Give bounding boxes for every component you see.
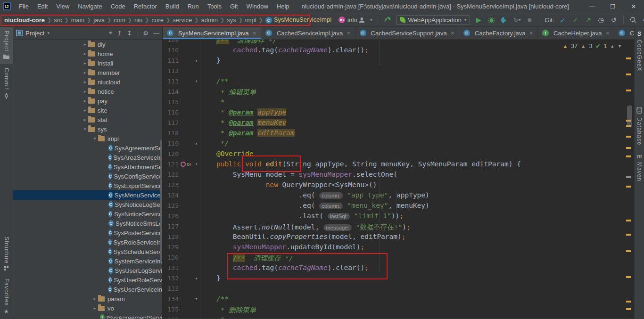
tree-collapsed-arrow-icon[interactable]: ▸ (82, 98, 88, 103)
tool-button-project[interactable]: Project (0, 27, 13, 64)
code-line[interactable]: 119▴ */ (163, 138, 634, 148)
tab-close-icon[interactable]: ✕ (529, 31, 533, 36)
code-line[interactable]: 111▴ } (163, 55, 634, 65)
code-line[interactable]: 136 * (163, 314, 634, 319)
tree-collapsed-arrow-icon[interactable]: ▸ (91, 306, 98, 311)
tree-item-diy[interactable]: ▸diy (13, 40, 162, 49)
tree-collapsed-arrow-icon[interactable]: ▸ (82, 108, 88, 113)
warning-stripe-mark[interactable] (626, 147, 631, 149)
tree-item-sysuserservicein[interactable]: CSysUserServiceIn (13, 285, 162, 294)
code-line[interactable]: 135 * 删除菜单 (163, 304, 634, 314)
tool-button-codegeex[interactable]: S CodeGeeX (636, 27, 643, 75)
tree-item-sysareaserviceim[interactable]: CSysAreaServiceIm (13, 153, 162, 162)
settings-gear-icon[interactable]: ⚙ (642, 16, 644, 24)
code-line[interactable]: 130 /** 清理缓存 */ (163, 252, 634, 262)
code-line[interactable]: 129 sysMenuMapper.updateById(model); (163, 242, 634, 252)
stop-button[interactable]: ■ (525, 16, 534, 24)
breadcrumb-item[interactable]: java (93, 16, 105, 24)
tree-item-site[interactable]: ▸site (13, 106, 162, 115)
fold-marker-icon[interactable]: ▴ (193, 141, 200, 146)
tool-button-structure[interactable]: Structure (3, 233, 10, 275)
profiler-button[interactable] (500, 16, 508, 24)
code-line[interactable]: 114 * 编辑菜单 (163, 86, 634, 97)
git-update-icon[interactable]: ↙ (559, 16, 567, 24)
warning-stripe-mark[interactable] (626, 276, 631, 278)
git-commit-icon[interactable]: ✓ (571, 16, 580, 24)
warning-stripe-mark[interactable] (626, 308, 631, 310)
tree-item-notice[interactable]: ▸notice (13, 87, 162, 96)
tree-collapsed-arrow-icon[interactable]: ▸ (82, 51, 88, 56)
warning-stripe-mark[interactable] (626, 250, 631, 252)
breadcrumb-item[interactable]: service (172, 16, 192, 24)
warning-stripe-mark[interactable] (626, 234, 631, 236)
editor-tab[interactable]: CCachedServiceSupport.java✕ (355, 27, 460, 39)
maximize-button[interactable]: ❐ (603, 0, 623, 13)
tab-close-icon[interactable]: ✕ (347, 31, 350, 36)
locate-file-icon[interactable]: ⌖ (109, 29, 112, 37)
tree-item-isysagreementservi[interactable]: IISysAgreementServi (13, 313, 162, 319)
overriding-method-icon[interactable]: o (187, 161, 192, 167)
fold-marker-icon[interactable]: ▴ (193, 58, 200, 63)
code-line[interactable]: 123 new QueryWrapper<SysMenu>() (163, 180, 634, 190)
code-line[interactable]: 122 SysMenu model = sysMenuMapper.select… (163, 169, 634, 180)
warning-stripe-mark[interactable] (626, 136, 631, 138)
next-problem-icon[interactable]: ▼ (618, 44, 622, 49)
editor-scrollbar-thumb[interactable] (627, 106, 632, 127)
tree-scrollbar[interactable] (160, 140, 162, 262)
tree-expanded-arrow-icon[interactable]: ▾ (91, 136, 98, 141)
code-line[interactable]: 126 .last( lastSql: "limit 1")); (163, 211, 634, 221)
menu-item-edit[interactable]: Edit (33, 1, 52, 12)
menu-item-build[interactable]: Build (161, 1, 183, 12)
search-everywhere-icon[interactable] (629, 16, 637, 24)
warning-stripe-mark[interactable] (626, 74, 631, 75)
menu-item-file[interactable]: File (15, 1, 33, 12)
code-line[interactable]: 121o▾ public void edit(String appType, S… (163, 159, 634, 169)
breadcrumb-item[interactable]: admin (201, 16, 218, 24)
tree-item-sysmenuservicei[interactable]: CSysMenuServiceI (13, 190, 162, 200)
close-button[interactable]: ✕ (623, 0, 644, 13)
menu-item-tools[interactable]: Tools (203, 1, 226, 12)
breadcrumb-item[interactable]: CSysMenuServiceImpl (265, 16, 332, 24)
tree-item-param[interactable]: ▸param (13, 294, 162, 303)
code-line[interactable]: 117 * @param menuKey (163, 117, 634, 128)
tree-item-sysscheduleservi[interactable]: CSysScheduleServi (13, 247, 162, 256)
code-line[interactable]: 125 .eq( column: "menu_key", menuKey) (163, 200, 634, 211)
tree-item-sysposterservice[interactable]: CSysPosterService (13, 228, 162, 237)
menu-item-refactor[interactable]: Refactor (130, 1, 161, 12)
code-line[interactable]: 128 BeanUtil.copyProperties(model, editP… (163, 231, 634, 242)
run-button[interactable]: ▶ (474, 16, 483, 24)
fold-marker-icon[interactable]: ▾ (193, 296, 200, 301)
tree-item-member[interactable]: ▸member (13, 68, 162, 77)
tree-collapsed-arrow-icon[interactable]: ▸ (82, 42, 88, 47)
info-stripe-mark[interactable] (626, 176, 631, 178)
prev-problem-icon[interactable]: ▲ (610, 44, 614, 49)
breadcrumb-item[interactable]: niu (134, 16, 143, 24)
editor-tab[interactable]: ICacheHelper.java✕ (538, 27, 614, 39)
tree-expanded-arrow-icon[interactable]: ▾ (82, 127, 88, 131)
breadcrumb-item[interactable]: niucloud-core (4, 16, 45, 24)
tree-item-sysagreementse[interactable]: CSysAgreementSe (13, 143, 162, 153)
breadcrumb-item[interactable]: main (71, 16, 85, 24)
debug-button[interactable] (487, 16, 495, 24)
project-view-dropdown-icon[interactable]: ▾ (47, 31, 50, 35)
user-dropdown-icon[interactable]: ▾ (370, 17, 372, 22)
bean-marker-icon[interactable] (181, 162, 186, 167)
warning-stripe-mark[interactable] (626, 186, 631, 188)
git-push-icon[interactable]: ↗ (584, 16, 593, 24)
inspections-widget[interactable]: ▲ 37 ▲ 3 ✔ 1 ▲ ▼ (563, 43, 622, 49)
code-line[interactable]: 115 * (163, 97, 634, 107)
code-line[interactable]: 116 * @param appType (163, 107, 634, 117)
code-line[interactable]: 118 * @param editParam (163, 128, 634, 138)
tree-item-install[interactable]: ▸install (13, 58, 162, 68)
tree-item-sysnoticesmslo[interactable]: CSysNoticeSmsLo (13, 219, 162, 228)
panel-settings-gear-icon[interactable]: ⚙ (143, 30, 149, 37)
tree-collapsed-arrow-icon[interactable]: ▸ (91, 296, 98, 301)
menu-item-view[interactable]: View (52, 1, 74, 12)
warning-stripe-mark[interactable] (626, 90, 631, 91)
menu-item-git[interactable]: Git (226, 1, 242, 12)
rollback-icon[interactable]: ↺ (610, 16, 618, 24)
breadcrumb-item[interactable]: impl (245, 16, 257, 24)
tree-item-sysconfigservice[interactable]: CSysConfigService (13, 172, 162, 181)
info-badge[interactable]: m info (339, 16, 357, 24)
menu-item-window[interactable]: Window (242, 1, 272, 12)
